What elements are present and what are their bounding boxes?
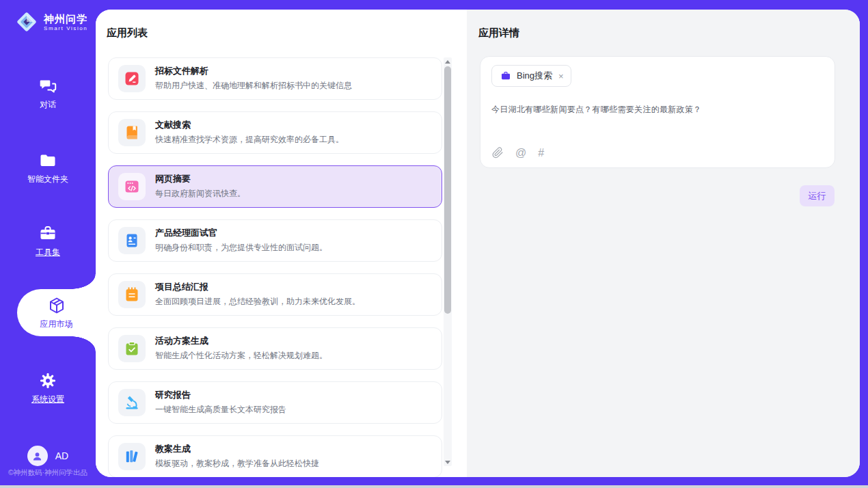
sidebar-item-label: 智能文件夹 [27,174,68,185]
sidebar-item-label: 工具集 [36,247,60,258]
browser-code-icon [124,178,140,195]
app-icon-box [118,173,146,200]
prompt-card[interactable]: Bing搜索 × 今日湖北有哪些新闻要点？有哪些需要关注的最新政策？ @ # [480,56,835,168]
chip-close-icon[interactable]: × [558,71,564,81]
briefcase-icon [500,70,511,81]
app-name: 网页摘要 [155,174,245,184]
app-card[interactable]: 文献搜索快速精准查找学术资源，提高研究效率的必备工具。 [108,111,442,154]
app-card[interactable]: 项目总结汇报全面回顾项目进展，总结经验教训，助力未来优化发展。 [108,273,442,316]
sidebar: 神州问学 Smart Vision 对话智能文件夹工具集应用市场系统设置 AD … [0,0,96,485]
clipboard-check-icon [124,340,140,357]
app-name: 项目总结汇报 [155,282,360,292]
app-desc: 每日政府新闻资讯快查。 [155,188,245,200]
scroll-up-arrow[interactable] [444,57,452,66]
brand-subtitle: Smart Vision [44,25,87,31]
app-meta: 项目总结汇报全面回顾项目进展，总结经验教训，助力未来优化发展。 [155,282,360,308]
hash-icon[interactable]: # [538,147,544,159]
app-list-panel: 应用列表 招标文件解析帮助用户快速、准确地理解和解析招标书中的关键信息文献搜索快… [96,10,467,477]
sidebar-item-toolbox[interactable]: 工具集 [0,224,96,258]
query-text[interactable]: 今日湖北有哪些新闻要点？有哪些需要关注的最新政策？ [491,104,824,116]
app-desc: 全面回顾项目进展，总结经验教训，助力未来优化发展。 [155,296,360,308]
app-icon-box [118,335,146,362]
cube-icon [47,296,66,315]
copyright: ©神州数码·神州问学出品 [0,468,96,478]
app-icon-box [118,443,146,470]
user-initials: AD [55,450,68,461]
app-name: 产品经理面试官 [155,228,327,238]
sidebar-item-label: 对话 [40,99,56,111]
app-desc: 快速精准查找学术资源，提高研究效率的必备工具。 [155,134,344,146]
book-icon [124,124,140,141]
mention-icon[interactable]: @ [515,147,526,159]
app-meta: 网页摘要每日政府新闻资讯快查。 [155,174,245,200]
app-icon-box [118,389,146,416]
scrollbar-thumb[interactable] [444,66,451,314]
app-card[interactable]: 网页摘要每日政府新闻资讯快查。 [108,165,442,208]
app-icon-box [118,227,146,254]
tool-chip[interactable]: Bing搜索 × [491,65,571,87]
sidebar-item-cube[interactable]: 应用市场 [17,289,96,336]
app-card[interactable]: 研究报告一键智能生成高质量长文本研究报告 [108,381,442,424]
document-edit-icon [124,70,140,87]
app-icon-box [118,119,146,146]
app-meta: 活动方案生成智能生成个性化活动方案，轻松解决规划难题。 [155,336,327,362]
app-card[interactable]: 活动方案生成智能生成个性化活动方案，轻松解决规划难题。 [108,327,442,370]
run-button[interactable]: 运行 [800,185,835,206]
chat-bubbles-icon [38,77,57,96]
app-meta: 招标文件解析帮助用户快速、准确地理解和解析招标书中的关键信息 [155,66,352,92]
app-icon-box [118,65,146,92]
app-meta: 产品经理面试官明确身份和职责，为您提供专业性的面试问题。 [155,228,327,254]
app-desc: 智能生成个性化活动方案，轻松解决规划难题。 [155,350,327,362]
app-list-title: 应用列表 [107,27,148,40]
app-window: 神州问学 Smart Vision 对话智能文件夹工具集应用市场系统设置 AD … [0,0,868,488]
resume-icon [124,232,140,249]
app-desc: 明确身份和职责，为您提供专业性的面试问题。 [155,242,327,254]
app-meta: 研究报告一键智能生成高质量长文本研究报告 [155,390,286,416]
attachment-toolbar: @ # [492,147,544,159]
scroll-down-arrow[interactable] [444,458,452,466]
user-account[interactable]: AD [0,446,96,466]
tool-chip-label: Bing搜索 [517,70,552,82]
app-name: 活动方案生成 [155,336,327,346]
notepad-icon [124,286,140,303]
paperclip-icon[interactable] [492,147,504,159]
app-card[interactable]: 招标文件解析帮助用户快速、准确地理解和解析招标书中的关键信息 [108,57,442,100]
app-card[interactable]: 产品经理面试官明确身份和职责，为您提供专业性的面试问题。 [108,219,442,262]
brand-name: 神州问学 [44,13,87,25]
app-desc: 帮助用户快速、准确地理解和解析招标书中的关键信息 [155,80,352,92]
avatar [27,446,48,466]
sidebar-item-folder[interactable]: 智能文件夹 [0,151,96,185]
main-content: 应用列表 招标文件解析帮助用户快速、准确地理解和解析招标书中的关键信息文献搜索快… [96,10,860,477]
microscope-icon [124,394,140,411]
app-name: 招标文件解析 [155,66,352,76]
app-list: 招标文件解析帮助用户快速、准确地理解和解析招标书中的关键信息文献搜索快速精准查找… [108,57,442,477]
app-name: 研究报告 [155,390,286,400]
app-detail-panel: 应用详情 Bing搜索 × 今日湖北有哪些新闻要点？有哪些需要关注的最新政策？ … [467,10,860,477]
scrollbar[interactable] [444,57,452,466]
app-meta: 文献搜索快速精准查找学术资源，提高研究效率的必备工具。 [155,120,344,146]
app-desc: 模板驱动，教案秒成，教学准备从此轻松快捷 [155,458,319,470]
app-name: 教案生成 [155,444,319,454]
brand-logo: 神州问学 Smart Vision [14,9,87,35]
bottom-strip [0,485,868,488]
toolbox-icon [38,224,57,243]
app-meta: 教案生成模板驱动，教案秒成，教学准备从此轻松快捷 [155,444,319,470]
sidebar-item-label: 系统设置 [31,394,64,405]
app-card[interactable]: 教案生成模板驱动，教案秒成，教学准备从此轻松快捷 [108,435,442,477]
books-icon [124,448,140,465]
sidebar-item-label: 应用市场 [40,318,73,330]
sidebar-item-gear[interactable]: 系统设置 [0,371,96,405]
folder-icon [38,151,57,170]
app-name: 文献搜索 [155,120,344,130]
app-desc: 一键智能生成高质量长文本研究报告 [155,404,286,416]
app-detail-title: 应用详情 [478,27,519,40]
sidebar-item-chat-bubbles[interactable]: 对话 [0,77,96,111]
brand-diamond-icon [14,9,40,35]
app-icon-box [118,281,146,308]
gear-icon [38,371,57,390]
